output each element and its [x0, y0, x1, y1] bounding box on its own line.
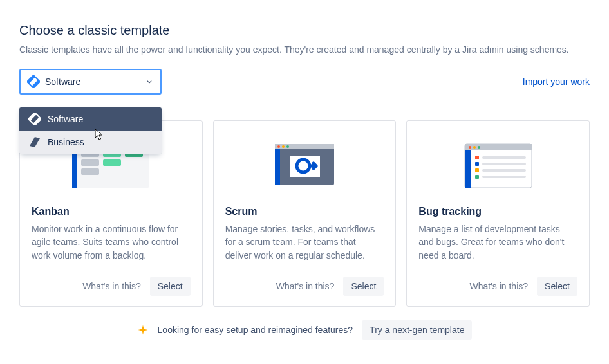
svg-rect-31 — [482, 163, 526, 165]
page-description: Classic templates have all the power and… — [19, 44, 590, 55]
select-button[interactable]: Select — [343, 277, 384, 296]
software-icon — [27, 75, 40, 88]
footer-prompt: Looking for easy setup and reimagined fe… — [158, 325, 353, 335]
svg-rect-13 — [275, 144, 280, 185]
template-type-selected-label: Software — [45, 77, 80, 87]
svg-rect-26 — [475, 156, 479, 159]
svg-rect-30 — [482, 156, 526, 159]
dropdown-option-label: Software — [48, 114, 83, 124]
dropdown-option-software[interactable]: Software — [19, 107, 162, 131]
bug-tracking-illustration — [418, 136, 577, 193]
svg-rect-7 — [81, 159, 99, 166]
card-description: Manage a list of development tasks and b… — [418, 223, 577, 262]
try-next-gen-button[interactable]: Try a next-gen template — [362, 320, 472, 340]
card-description: Manage stories, tasks, and workflows for… — [225, 223, 384, 262]
svg-point-16 — [282, 145, 285, 148]
select-button[interactable]: Select — [150, 277, 191, 296]
template-card-scrum: Scrum Manage stories, tasks, and workflo… — [213, 120, 397, 307]
svg-rect-10 — [103, 159, 121, 166]
whats-in-this-link[interactable]: What's in this? — [276, 281, 335, 291]
svg-rect-8 — [81, 168, 99, 175]
template-type-dropdown: Software Business — [19, 107, 162, 154]
dropdown-option-label: Business — [48, 137, 84, 147]
whats-in-this-link[interactable]: What's in this? — [82, 281, 141, 291]
template-card-bug-tracking: Bug tracking Manage a list of developmen… — [406, 120, 590, 307]
card-title: Bug tracking — [418, 206, 577, 217]
page-title: Choose a classic template — [19, 23, 590, 38]
business-icon — [28, 136, 41, 149]
svg-rect-32 — [482, 169, 526, 172]
whats-in-this-link[interactable]: What's in this? — [469, 281, 528, 291]
scrum-illustration — [225, 136, 384, 193]
template-type-select[interactable]: Software — [19, 69, 162, 95]
svg-point-23 — [473, 146, 476, 149]
card-title: Kanban — [32, 206, 191, 217]
svg-point-15 — [277, 145, 280, 148]
dropdown-option-business[interactable]: Business — [19, 131, 162, 154]
sparkle-icon — [137, 324, 149, 336]
svg-point-17 — [286, 145, 289, 148]
svg-rect-33 — [482, 176, 526, 178]
chevron-down-icon — [145, 77, 154, 86]
svg-rect-27 — [475, 162, 479, 166]
svg-rect-28 — [475, 168, 479, 172]
card-title: Scrum — [225, 206, 384, 217]
software-icon — [28, 113, 41, 125]
svg-rect-20 — [465, 144, 532, 188]
svg-rect-29 — [475, 175, 479, 179]
svg-rect-25 — [465, 150, 471, 188]
select-button[interactable]: Select — [537, 277, 577, 296]
import-your-work-link[interactable]: Import your work — [523, 77, 590, 87]
svg-point-24 — [478, 146, 480, 149]
card-description: Monitor work in a continuous flow for ag… — [32, 223, 191, 262]
svg-point-22 — [469, 146, 471, 149]
